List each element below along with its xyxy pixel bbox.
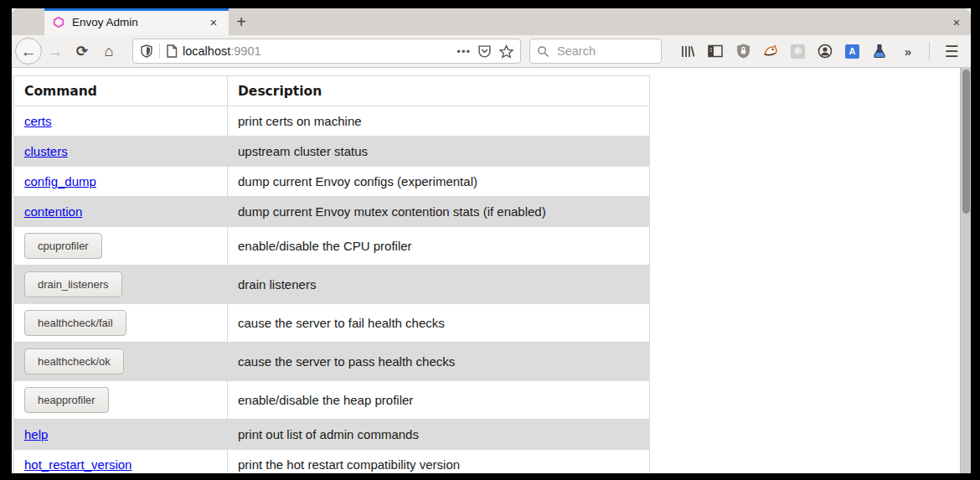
- translate-badge-glyph: A: [849, 46, 856, 56]
- command-cell: healthcheck/fail: [14, 304, 228, 343]
- table-row: certsprint certs on machine: [14, 106, 650, 137]
- search-input[interactable]: [555, 44, 654, 59]
- forward-button[interactable]: →: [42, 38, 69, 65]
- command-button[interactable]: cpuprofiler: [24, 233, 102, 259]
- tab-bar: Envoy Admin × + ×: [12, 8, 971, 35]
- command-link[interactable]: contention: [24, 204, 82, 219]
- table-row: helpprint out list of admin commands: [14, 420, 650, 450]
- table-row: drain_listenersdrain listeners: [14, 266, 650, 304]
- table-row: heapprofilerenable/disable the heap prof…: [14, 381, 650, 420]
- command-link[interactable]: certs: [24, 114, 52, 128]
- navigation-toolbar: ← → ⟳ ⌂ localhost:9901 •••: [12, 35, 971, 68]
- table-row: healthcheck/failcause the server to fail…: [14, 304, 650, 343]
- menu-icon[interactable]: ☰: [944, 44, 959, 59]
- page-actions-icon[interactable]: •••: [456, 45, 471, 58]
- command-button[interactable]: healthcheck/fail: [24, 310, 126, 336]
- command-link[interactable]: clusters: [24, 144, 68, 158]
- command-cell: healthcheck/ok: [14, 343, 228, 381]
- vertical-scrollbar[interactable]: [960, 68, 971, 473]
- envoy-favicon-icon: [53, 16, 64, 28]
- description-cell: cause the server to fail health checks: [228, 304, 650, 343]
- browser-window: Envoy Admin × + × ← → ⟳ ⌂: [12, 8, 971, 473]
- scrollbar-thumb[interactable]: [962, 70, 970, 214]
- account-icon[interactable]: [818, 44, 833, 59]
- description-cell: print the hot restart compatibility vers…: [228, 450, 650, 474]
- description-cell: dump current Envoy configs (experimental…: [228, 167, 650, 197]
- command-cell: heapprofiler: [14, 381, 228, 420]
- tab-title: Envoy Admin: [72, 16, 205, 28]
- tab-bar-drag-area: [254, 8, 942, 35]
- description-cell: drain listeners: [228, 266, 650, 304]
- toolbar-separator: [929, 42, 930, 60]
- command-cell: contention: [14, 197, 228, 227]
- table-row: cpuprofilerenable/disable the CPU profil…: [14, 227, 650, 266]
- url-port: :9901: [230, 44, 260, 58]
- table-row: clustersupstream cluster status: [14, 137, 650, 167]
- command-link[interactable]: config_dump: [24, 174, 96, 188]
- command-table-body: certsprint certs on machineclustersupstr…: [14, 106, 650, 474]
- table-row: hot_restart_versionprint the hot restart…: [14, 450, 650, 474]
- bookmark-star-icon[interactable]: [499, 44, 513, 59]
- new-tab-button[interactable]: +: [229, 8, 254, 35]
- description-cell: print certs on machine: [228, 106, 650, 137]
- table-row: contentiondump current Envoy mutex conte…: [14, 197, 650, 227]
- description-cell: upstream cluster status: [228, 137, 650, 167]
- gray-extension-icon[interactable]: ✻: [791, 44, 805, 59]
- reload-button[interactable]: ⟳: [69, 38, 95, 65]
- window-close-button[interactable]: ×: [942, 8, 971, 35]
- back-arrow-icon: ←: [21, 44, 37, 59]
- page-info-icon[interactable]: [166, 44, 178, 58]
- description-cell: enable/disable the heap profiler: [228, 381, 650, 420]
- description-column-header: Description: [228, 76, 650, 106]
- command-button[interactable]: drain_listeners: [24, 271, 122, 297]
- library-icon[interactable]: [680, 44, 695, 59]
- urlbar-divider: [159, 44, 160, 59]
- tracking-protection-shield-icon[interactable]: [140, 44, 153, 58]
- table-row: config_dumpdump current Envoy configs (e…: [14, 167, 650, 197]
- description-cell: cause the server to pass health checks: [228, 343, 650, 381]
- command-cell: hot_restart_version: [14, 450, 228, 474]
- tab-close-icon[interactable]: ×: [205, 13, 222, 30]
- admin-command-table: Command Description certsprint certs on …: [13, 75, 650, 473]
- search-box[interactable]: [529, 39, 662, 64]
- url-text[interactable]: localhost:9901: [183, 44, 456, 58]
- command-cell: config_dump: [14, 167, 228, 197]
- active-tab-indicator: [44, 8, 229, 11]
- flask-extension-icon[interactable]: [872, 44, 887, 59]
- command-button[interactable]: healthcheck/ok: [24, 348, 124, 374]
- fox-extension-icon[interactable]: [763, 44, 778, 59]
- command-column-header: Command: [14, 76, 228, 106]
- command-link[interactable]: hot_restart_version: [24, 457, 132, 472]
- forward-arrow-icon: →: [48, 44, 64, 59]
- url-host: localhost: [183, 44, 230, 58]
- table-header-row: Command Description: [14, 76, 650, 106]
- extension-badge-glyph: ✻: [793, 45, 802, 57]
- command-button[interactable]: heapprofiler: [24, 387, 109, 413]
- page-content: Command Description certsprint certs on …: [12, 68, 971, 473]
- back-button[interactable]: ←: [15, 38, 42, 65]
- tab-envoy-admin[interactable]: Envoy Admin ×: [44, 8, 229, 35]
- translate-extension-icon[interactable]: A: [845, 44, 859, 59]
- description-cell: dump current Envoy mutex contention stat…: [228, 197, 650, 227]
- command-cell: certs: [14, 106, 228, 137]
- shield-lock-icon[interactable]: [735, 44, 750, 59]
- description-cell: print out list of admin commands: [228, 420, 650, 450]
- url-bar[interactable]: localhost:9901 •••: [132, 39, 521, 64]
- pocket-icon[interactable]: [477, 44, 492, 59]
- search-icon: [537, 45, 549, 58]
- home-icon: ⌂: [105, 43, 114, 60]
- titlebar-spacer[interactable]: [12, 8, 44, 35]
- command-cell: cpuprofiler: [14, 227, 228, 266]
- command-cell: clusters: [14, 137, 228, 167]
- overflow-chevron-icon[interactable]: »: [900, 44, 915, 59]
- reload-icon: ⟳: [76, 43, 88, 60]
- command-cell: help: [14, 420, 228, 450]
- toolbar-extension-icons: ✻ A » ☰: [680, 42, 959, 60]
- command-cell: drain_listeners: [14, 266, 228, 304]
- description-cell: enable/disable the CPU profiler: [228, 227, 650, 266]
- command-link[interactable]: help: [24, 427, 48, 441]
- home-button[interactable]: ⌂: [95, 38, 122, 65]
- table-row: healthcheck/okcause the server to pass h…: [14, 343, 650, 381]
- sidebar-icon[interactable]: [708, 44, 723, 59]
